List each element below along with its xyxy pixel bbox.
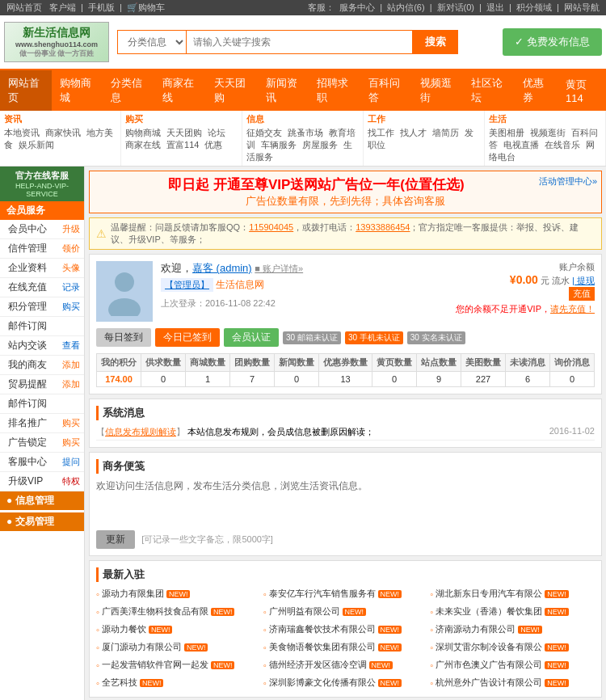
topbar-home[interactable]: 网站首页	[6, 2, 42, 12]
auth-btn[interactable]: 会员认证	[224, 328, 279, 347]
sub-nav-tuan[interactable]: 天天团购	[166, 128, 202, 137]
sub-nav-market[interactable]: 跳蚤市场	[288, 128, 323, 137]
sidebar-ranking-buy-action[interactable]: 购买	[62, 417, 80, 429]
sub-nav-music[interactable]: 在线音乐	[545, 140, 580, 150]
nav-merchant[interactable]: 商家在线	[154, 70, 206, 111]
search-button[interactable]: 搜索	[413, 30, 458, 54]
company-link-3[interactable]: 广西美澤生物科技食品有限	[102, 605, 208, 618]
sidebar-item-chat[interactable]: 站内交谈 查看	[0, 336, 84, 356]
recharge-link[interactable]: 请先充值！	[550, 304, 595, 314]
sub-nav-bbs[interactable]: 论坛	[208, 128, 225, 137]
sub-nav-dating[interactable]: 征婚交友	[246, 128, 282, 137]
topbar-newchat[interactable]: 新对话(0)	[437, 2, 474, 12]
profile-link[interactable]: ■ 账户详情»	[255, 264, 303, 273]
sub-nav-findjob[interactable]: 找工作	[368, 128, 394, 137]
sub-nav-fu114[interactable]: 置富114	[166, 140, 199, 150]
sub-nav-house[interactable]: 房屋服务	[302, 140, 338, 150]
today-checkin-btn[interactable]: 今日已签到	[155, 328, 220, 347]
topbar-logout[interactable]: 退出	[486, 2, 504, 12]
sidebar-upgrade-action[interactable]: 升级	[62, 223, 80, 235]
sidebar-item-mail-order[interactable]: 邮件订阅	[0, 394, 84, 414]
sidebar-item-company-info[interactable]: 企业资料 头像	[0, 259, 84, 278]
nav-shop[interactable]: 购物商城	[52, 70, 103, 111]
activity-manage-link[interactable]: 活动管理中心»	[539, 175, 597, 188]
sub-nav-tv[interactable]: 电视直播	[503, 140, 539, 150]
search-input[interactable]	[187, 30, 413, 54]
company-link-13[interactable]: 德州经济开发区德冷空调	[269, 659, 367, 671]
sidebar-buy-points-action[interactable]: 购买	[62, 301, 80, 313]
sidebar-avatar-action[interactable]: 头像	[62, 262, 80, 274]
sidebar-friends-add-action[interactable]: 添加	[62, 359, 80, 371]
sidebar-coupon-action[interactable]: 领价	[62, 242, 80, 255]
sub-nav-photo[interactable]: 美图相册	[489, 128, 524, 137]
nav-forum[interactable]: 社区论坛	[463, 70, 515, 111]
sub-nav-resume[interactable]: 墙简历	[432, 128, 459, 137]
nav-coupon[interactable]: 优惠券	[515, 70, 558, 111]
company-link-7[interactable]: 济南瑞鑫餐饮技术有限公司	[269, 623, 376, 635]
sidebar-record-action[interactable]: 记录	[62, 281, 80, 293]
sidebar-item-recharge[interactable]: 在线充值 记录	[0, 278, 84, 297]
sub-nav-online[interactable]: 商家在线	[125, 140, 161, 150]
recharge-button[interactable]: 充值	[569, 287, 595, 301]
nav-home[interactable]: 网站首页	[0, 70, 52, 111]
sidebar-ad-buy-action[interactable]: 购买	[62, 436, 80, 449]
sidebar-item-service[interactable]: 客服中心 提问	[0, 453, 84, 472]
sidebar-item-ad[interactable]: 广告锁定 购买	[0, 433, 84, 453]
nav-yellowpage[interactable]: 黄页114	[558, 72, 606, 110]
company-link-1[interactable]: 泰安亿车行汽车销售服务有	[269, 588, 376, 600]
topbar-inbox[interactable]: 站内信(6)	[387, 2, 424, 12]
company-link-14[interactable]: 广州市色澳义广告有限公司	[436, 659, 542, 671]
sub-nav-merchant-news[interactable]: 商家快讯	[45, 128, 81, 137]
memo-edit-btn[interactable]: 更新	[96, 530, 135, 549]
company-link-16[interactable]: 深圳影博豪文化传播有限公	[269, 677, 376, 689]
sidebar-item-ranking[interactable]: 排名推广 购买	[0, 414, 84, 433]
everyday-checkin-btn[interactable]: 每日签到	[96, 328, 151, 347]
sub-nav-discount[interactable]: 优惠	[204, 140, 222, 150]
company-link-2[interactable]: 湖北新东日专用汽车有限公	[436, 588, 542, 600]
nav-wiki[interactable]: 百科问答	[360, 70, 412, 111]
nav-video[interactable]: 视频逛街	[412, 70, 464, 111]
sidebar-chat-view-action[interactable]: 查看	[62, 339, 80, 352]
sub-nav-mall[interactable]: 购物商城	[125, 128, 161, 137]
sidebar-item-email-sub[interactable]: 邮件订阅	[0, 317, 84, 336]
company-link-17[interactable]: 杭州意外广告设计有限公司	[436, 677, 542, 689]
alert-phone-link[interactable]: 13933886454	[356, 222, 410, 232]
msg-link-0[interactable]: 信息发布规则解读	[105, 427, 176, 436]
topbar-client[interactable]: 客户端	[49, 2, 76, 12]
topbar-points[interactable]: 积分领域	[516, 2, 552, 12]
sidebar-item-trade-remind[interactable]: 贸易提醒 添加	[0, 375, 84, 394]
topbar-service[interactable]: 服务中心	[339, 2, 375, 12]
topbar-mobile[interactable]: 手机版	[88, 2, 115, 12]
company-link-9[interactable]: 厦门源动力有限公司	[102, 641, 182, 653]
nav-jobs[interactable]: 招聘求职	[309, 70, 360, 111]
company-link-11[interactable]: 深圳艾雷尔制冷设备有限公	[436, 641, 542, 653]
company-link-15[interactable]: 全艺科技	[102, 677, 137, 689]
nav-groupbuy[interactable]: 天天团购	[206, 70, 258, 111]
username-link[interactable]: 嘉客 (admin)	[192, 262, 252, 274]
company-link-10[interactable]: 美食物语餐饮集团有限公司	[269, 641, 376, 653]
company-link-6[interactable]: 源动力餐饮	[102, 623, 146, 635]
sidebar-item-member-center[interactable]: 会员中心 升级	[0, 220, 84, 239]
sidebar-item-friends[interactable]: 我的商友 添加	[0, 356, 84, 375]
publish-button[interactable]: ✓ 免费发布信息	[503, 28, 602, 56]
sub-nav-local-news[interactable]: 本地资讯	[4, 128, 40, 137]
company-link-5[interactable]: 未来实业（香港）餐饮集团	[436, 605, 542, 618]
sidebar-trade-add-action[interactable]: 添加	[62, 378, 80, 390]
role-label[interactable]: 【管理员】	[161, 278, 213, 292]
withdraw-link[interactable]: | 提现	[572, 276, 595, 285]
topbar-cart[interactable]: 🛒购物车	[127, 2, 165, 12]
company-link-12[interactable]: 一起发营销软件官网一起发	[102, 659, 208, 671]
nav-news[interactable]: 新闻资讯	[258, 70, 309, 111]
company-link-8[interactable]: 济南源动力有限公司	[436, 623, 516, 635]
sidebar-item-points[interactable]: 积分管理 购买	[0, 297, 84, 317]
search-category-select[interactable]: 分类信息	[117, 30, 187, 54]
sub-nav-findtalent[interactable]: 找人才	[400, 128, 427, 137]
sub-nav-entertainment[interactable]: 娱乐新闻	[19, 140, 54, 150]
company-link-4[interactable]: 广州明益有限公司	[269, 605, 340, 618]
company-link-0[interactable]: 源动力有限集团	[102, 588, 164, 600]
nav-category[interactable]: 分类信息	[103, 70, 154, 111]
sidebar-item-mail-manage[interactable]: 信件管理 领价	[0, 239, 84, 259]
alert-qq-link[interactable]: 115904045	[249, 222, 293, 232]
sidebar-item-vip[interactable]: 升级VIP 特权	[0, 472, 84, 491]
sidebar-service-ask-action[interactable]: 提问	[62, 456, 80, 468]
